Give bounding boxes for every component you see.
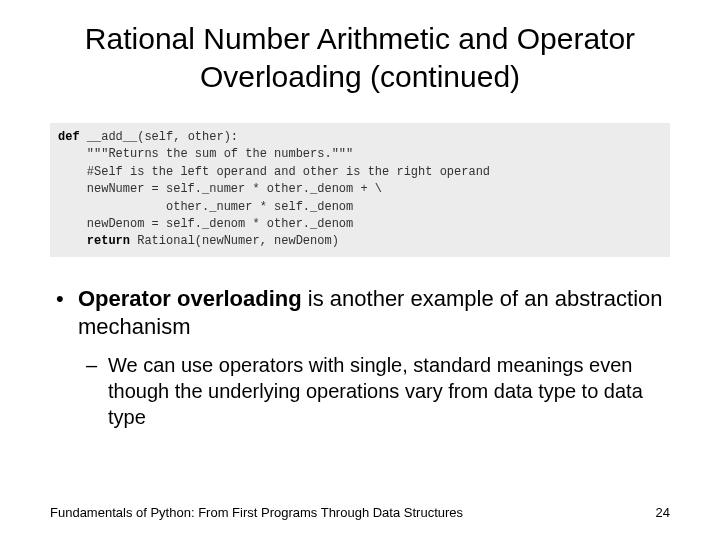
code-line: Rational(newNumer, newDenom)	[130, 234, 339, 248]
keyword-return: return	[58, 234, 130, 248]
slide-footer: Fundamentals of Python: From First Progr…	[50, 505, 670, 520]
slide: Rational Number Arithmetic and Operator …	[0, 0, 720, 540]
footer-source: Fundamentals of Python: From First Progr…	[50, 505, 463, 520]
page-number: 24	[656, 505, 670, 520]
bullet-level-2: We can use operators with single, standa…	[50, 352, 670, 430]
bullet-list: Operator overloading is another example …	[50, 285, 670, 430]
bullet-bold: Operator overloading	[78, 286, 302, 311]
code-line: newDenom = self._denom * other._denom	[58, 217, 353, 231]
keyword-def: def	[58, 130, 80, 144]
code-line: other._numer * self._denom	[58, 200, 353, 214]
bullet-text: We can use operators with single, standa…	[108, 354, 643, 428]
bullet-level-1: Operator overloading is another example …	[50, 285, 670, 342]
code-line: newNumer = self._numer * other._denom + …	[58, 182, 382, 196]
code-signature: __add__(self, other):	[80, 130, 238, 144]
code-block: def __add__(self, other): """Returns the…	[50, 123, 670, 257]
code-line: #Self is the left operand and other is t…	[58, 165, 490, 179]
slide-title: Rational Number Arithmetic and Operator …	[50, 20, 670, 95]
code-line: """Returns the sum of the numbers."""	[58, 147, 353, 161]
